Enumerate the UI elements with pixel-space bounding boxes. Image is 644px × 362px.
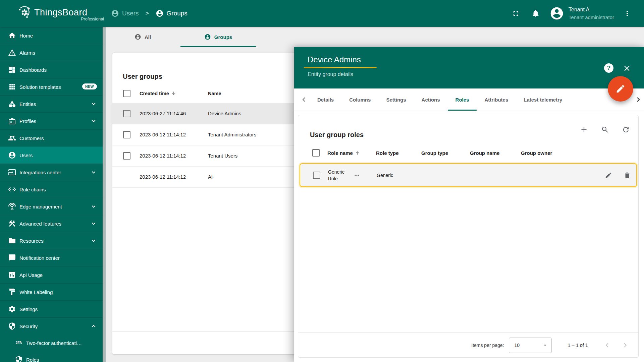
tab-columns[interactable]: Columns (341, 88, 378, 111)
search-icon[interactable] (601, 125, 609, 134)
sidebar-item-users[interactable]: Users (0, 146, 103, 164)
more-vert-icon[interactable] (623, 9, 631, 17)
chevron-left-icon[interactable] (298, 88, 310, 111)
tenant-name: Tenant A (569, 6, 614, 13)
sidebar-item-entities[interactable]: Entities (0, 95, 103, 112)
previous-page-icon[interactable] (603, 341, 611, 350)
role-type-cell: Generic (377, 173, 422, 178)
breadcrumb-users[interactable]: Users (111, 9, 139, 17)
delete-icon[interactable] (624, 172, 631, 179)
chevron-right-icon[interactable] (634, 88, 643, 111)
account-icon (8, 151, 16, 159)
row-checkbox[interactable] (123, 152, 130, 160)
2fa-icon: 2FA (15, 339, 23, 347)
sidebar-item-label: Customers (19, 135, 44, 141)
page-size-select[interactable]: 10 (509, 338, 552, 353)
warning-icon (8, 49, 16, 57)
sidebar-item-resources[interactable]: Resources (0, 232, 103, 249)
sidebar-item-edge-management[interactable]: Edge management (0, 198, 103, 215)
thingsboard-app: ThingsBoard Professional Users > Groups … (0, 0, 644, 362)
sidebar-item-profiles[interactable]: Profiles (0, 112, 103, 129)
sidebar-item-customers[interactable]: Customers (0, 129, 103, 146)
chevron-down-icon[interactable] (90, 220, 97, 227)
sidebar-item-dashboards[interactable]: Dashboards (0, 61, 103, 78)
tab-groups[interactable]: Groups (180, 27, 256, 47)
tab-attributes[interactable]: Attributes (477, 88, 516, 111)
sidebar-item-security[interactable]: Security (0, 317, 103, 335)
folder-icon (8, 237, 16, 245)
tab-actions[interactable]: Actions (414, 88, 448, 111)
sort-asc-icon (355, 150, 360, 156)
sidebar-item-home[interactable]: Home (0, 27, 103, 44)
thingsboard-logo-icon (17, 5, 32, 19)
sidebar-scrollbar[interactable] (103, 27, 106, 362)
tenant-info[interactable]: Tenant A Tenant administrator (569, 6, 614, 21)
title-accent-underline (304, 67, 377, 68)
more-horiz-icon[interactable] (354, 172, 360, 179)
edit-fab-button[interactable] (608, 76, 633, 102)
notifications-bell-icon[interactable] (531, 9, 540, 18)
input-icon (8, 168, 16, 176)
sidebar-item-label: Rule chains (19, 187, 46, 192)
refresh-icon[interactable] (622, 125, 630, 134)
sidebar-item-two-factor-authenticati[interactable]: 2FATwo-factor authenticati… (0, 335, 103, 351)
sidebar-item-white-labeling[interactable]: White Labeling (0, 283, 103, 300)
row-checkbox[interactable] (123, 131, 130, 138)
user-group-roles-card: User group roles Role name Role type Gro… (298, 115, 639, 358)
column-role-type[interactable]: Role type (376, 150, 421, 156)
category-icon (8, 100, 16, 108)
sort-desc-icon (171, 91, 176, 96)
tab-latest-telemetry[interactable]: Latest telemetry (516, 88, 570, 111)
tab-roles[interactable]: Roles (448, 88, 477, 111)
chevron-down-icon[interactable] (90, 237, 97, 244)
home-icon (8, 32, 16, 40)
column-group-name[interactable]: Group name (470, 150, 521, 156)
top-bar: ThingsBoard Professional Users > Groups … (0, 0, 644, 27)
tab-details[interactable]: Details (310, 88, 341, 111)
row-checkbox[interactable] (123, 110, 130, 117)
sidebar-item-notification-center[interactable]: Notification center (0, 249, 103, 266)
chevron-down-icon[interactable] (90, 117, 97, 125)
column-group-owner[interactable]: Group owner (521, 150, 601, 156)
fullscreen-icon[interactable] (512, 9, 520, 17)
help-icon[interactable]: ? (604, 63, 613, 73)
tab-all[interactable]: All (105, 27, 180, 47)
chevron-down-icon[interactable] (90, 169, 97, 176)
sidebar-item-advanced-features[interactable]: Advanced features (0, 215, 103, 232)
avatar-icon[interactable] (549, 6, 564, 21)
row-checkbox[interactable] (313, 172, 320, 179)
add-icon[interactable] (580, 125, 588, 134)
tab-settings[interactable]: Settings (378, 88, 414, 111)
sidebar-item-api-usage[interactable]: Api Usage (0, 266, 103, 283)
select-all-checkbox[interactable] (312, 149, 320, 157)
user-icon (135, 34, 141, 40)
sidebar-item-alarms[interactable]: Alarms (0, 44, 103, 61)
sidebar-item-label: Profiles (19, 118, 36, 124)
sidebar-item-settings[interactable]: Settings (0, 300, 103, 317)
chevron-down-icon[interactable] (90, 100, 97, 108)
paint-icon (8, 288, 16, 296)
sidebar-item-label: Resources (19, 238, 44, 244)
panel-subtitle: Entity group details (308, 71, 353, 77)
sidebar-item-label: Two-factor authenticati… (26, 340, 82, 346)
column-group-type[interactable]: Group type (421, 150, 470, 156)
roles-table-title: User group roles (310, 131, 364, 139)
sidebar-item-rule-chains[interactable]: Rule chains (0, 181, 103, 198)
sidebar-item-label: Advanced features (19, 221, 61, 227)
ethernet-icon (8, 185, 16, 193)
column-created-time[interactable]: Created time (140, 91, 208, 96)
chevron-down-icon[interactable] (90, 203, 97, 210)
breadcrumb-groups[interactable]: Groups (156, 9, 187, 17)
column-role-name[interactable]: Role name (327, 150, 376, 156)
sidebar-item-solution-templates[interactable]: Solution templatesNEW (0, 78, 103, 95)
sidebar-item-label: Roles (26, 357, 39, 362)
sidebar-item-integrations-center[interactable]: Integrations center (0, 164, 103, 181)
close-icon[interactable] (623, 64, 631, 73)
chevron-up-icon[interactable] (90, 322, 97, 330)
select-all-checkbox[interactable] (123, 90, 130, 97)
app-logo[interactable]: ThingsBoard Professional (17, 5, 88, 19)
edit-pencil-icon[interactable] (605, 172, 612, 179)
sidebar-item-roles[interactable]: Roles (0, 351, 103, 362)
next-page-icon[interactable] (621, 341, 630, 350)
role-row-generic-role[interactable]: Generic Role Generic (300, 163, 637, 187)
